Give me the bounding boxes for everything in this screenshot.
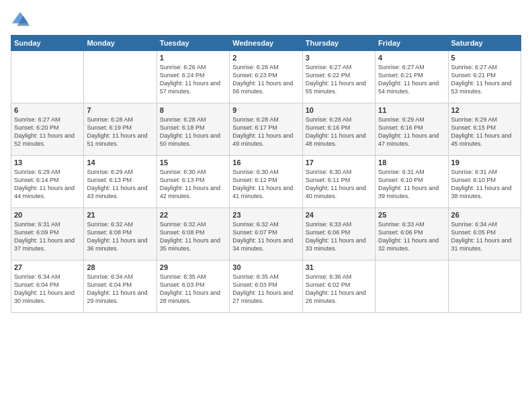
calendar-cell: 18Sunrise: 6:31 AMSunset: 6:10 PMDayligh… bbox=[375, 156, 448, 208]
calendar-cell: 5Sunrise: 6:27 AMSunset: 6:21 PMDaylight… bbox=[448, 51, 521, 103]
day-number: 28 bbox=[87, 263, 153, 271]
day-info: Sunrise: 6:33 AMSunset: 6:06 PMDaylight:… bbox=[306, 220, 372, 253]
header bbox=[11, 11, 521, 30]
calendar-cell: 2Sunrise: 6:26 AMSunset: 6:23 PMDaylight… bbox=[230, 51, 302, 103]
calendar-cell: 30Sunrise: 6:35 AMSunset: 6:03 PMDayligh… bbox=[230, 261, 302, 313]
calendar-cell bbox=[375, 261, 448, 313]
day-info: Sunrise: 6:35 AMSunset: 6:03 PMDaylight:… bbox=[232, 273, 299, 306]
day-info: Sunrise: 6:28 AMSunset: 6:17 PMDaylight:… bbox=[232, 116, 299, 148]
calendar-cell: 16Sunrise: 6:30 AMSunset: 6:12 PMDayligh… bbox=[230, 156, 302, 208]
day-info: Sunrise: 6:34 AMSunset: 6:05 PMDaylight:… bbox=[451, 220, 518, 253]
day-number: 5 bbox=[451, 54, 518, 62]
page: SundayMondayTuesdayWednesdayThursdayFrid… bbox=[0, 0, 532, 411]
day-info: Sunrise: 6:30 AMSunset: 6:12 PMDaylight:… bbox=[232, 168, 299, 201]
calendar-table: SundayMondayTuesdayWednesdayThursdayFrid… bbox=[11, 35, 521, 313]
day-number: 18 bbox=[378, 158, 445, 167]
weekday-tuesday: Tuesday bbox=[157, 36, 229, 51]
calendar-cell: 15Sunrise: 6:30 AMSunset: 6:13 PMDayligh… bbox=[157, 156, 229, 208]
calendar-week-5: 27Sunrise: 6:34 AMSunset: 6:04 PMDayligh… bbox=[11, 261, 521, 313]
day-info: Sunrise: 6:35 AMSunset: 6:03 PMDaylight:… bbox=[160, 273, 226, 306]
calendar-cell: 4Sunrise: 6:27 AMSunset: 6:21 PMDaylight… bbox=[375, 51, 448, 103]
calendar-cell: 23Sunrise: 6:32 AMSunset: 6:07 PMDayligh… bbox=[230, 208, 302, 261]
day-info: Sunrise: 6:30 AMSunset: 6:13 PMDaylight:… bbox=[160, 168, 226, 201]
day-number: 23 bbox=[232, 211, 299, 219]
calendar-cell: 6Sunrise: 6:27 AMSunset: 6:20 PMDaylight… bbox=[11, 103, 84, 156]
calendar-cell: 29Sunrise: 6:35 AMSunset: 6:03 PMDayligh… bbox=[157, 261, 229, 313]
day-number: 27 bbox=[14, 263, 81, 271]
day-number: 26 bbox=[451, 211, 518, 219]
day-info: Sunrise: 6:28 AMSunset: 6:16 PMDaylight:… bbox=[306, 116, 372, 148]
day-number: 21 bbox=[87, 211, 153, 219]
calendar-cell: 21Sunrise: 6:32 AMSunset: 6:08 PMDayligh… bbox=[84, 208, 157, 261]
day-info: Sunrise: 6:27 AMSunset: 6:21 PMDaylight:… bbox=[451, 63, 518, 96]
day-number: 24 bbox=[306, 211, 372, 219]
calendar-cell: 19Sunrise: 6:31 AMSunset: 6:10 PMDayligh… bbox=[448, 156, 521, 208]
calendar-cell bbox=[11, 51, 84, 103]
day-info: Sunrise: 6:28 AMSunset: 6:19 PMDaylight:… bbox=[87, 116, 153, 148]
day-number: 7 bbox=[87, 106, 153, 114]
day-number: 30 bbox=[232, 263, 299, 271]
weekday-friday: Friday bbox=[375, 36, 448, 51]
day-number: 17 bbox=[306, 158, 372, 167]
weekday-saturday: Saturday bbox=[448, 36, 521, 51]
calendar-cell: 27Sunrise: 6:34 AMSunset: 6:04 PMDayligh… bbox=[11, 261, 84, 313]
day-info: Sunrise: 6:26 AMSunset: 6:24 PMDaylight:… bbox=[160, 63, 226, 96]
day-info: Sunrise: 6:29 AMSunset: 6:14 PMDaylight:… bbox=[14, 168, 81, 201]
day-number: 31 bbox=[306, 263, 372, 271]
day-number: 10 bbox=[306, 106, 372, 114]
calendar-cell bbox=[84, 51, 157, 103]
calendar-cell: 3Sunrise: 6:27 AMSunset: 6:22 PMDaylight… bbox=[302, 51, 375, 103]
calendar-week-3: 13Sunrise: 6:29 AMSunset: 6:14 PMDayligh… bbox=[11, 156, 521, 208]
calendar-body: 1Sunrise: 6:26 AMSunset: 6:24 PMDaylight… bbox=[11, 51, 521, 313]
calendar-cell: 10Sunrise: 6:28 AMSunset: 6:16 PMDayligh… bbox=[302, 103, 375, 156]
day-info: Sunrise: 6:29 AMSunset: 6:16 PMDaylight:… bbox=[378, 116, 445, 148]
day-number: 1 bbox=[160, 54, 226, 62]
day-info: Sunrise: 6:32 AMSunset: 6:08 PMDaylight:… bbox=[87, 220, 153, 253]
day-info: Sunrise: 6:36 AMSunset: 6:02 PMDaylight:… bbox=[306, 273, 372, 306]
day-info: Sunrise: 6:34 AMSunset: 6:04 PMDaylight:… bbox=[14, 273, 81, 306]
day-number: 19 bbox=[451, 158, 518, 167]
day-info: Sunrise: 6:32 AMSunset: 6:07 PMDaylight:… bbox=[232, 220, 299, 253]
calendar-cell: 20Sunrise: 6:31 AMSunset: 6:09 PMDayligh… bbox=[11, 208, 84, 261]
day-info: Sunrise: 6:31 AMSunset: 6:10 PMDaylight:… bbox=[451, 168, 518, 201]
weekday-sunday: Sunday bbox=[11, 36, 84, 51]
day-number: 29 bbox=[160, 263, 226, 271]
logo-icon bbox=[11, 11, 30, 30]
day-info: Sunrise: 6:28 AMSunset: 6:18 PMDaylight:… bbox=[160, 116, 226, 148]
day-info: Sunrise: 6:27 AMSunset: 6:20 PMDaylight:… bbox=[14, 116, 81, 148]
calendar-week-2: 6Sunrise: 6:27 AMSunset: 6:20 PMDaylight… bbox=[11, 103, 521, 156]
calendar-week-1: 1Sunrise: 6:26 AMSunset: 6:24 PMDaylight… bbox=[11, 51, 521, 103]
calendar-cell: 9Sunrise: 6:28 AMSunset: 6:17 PMDaylight… bbox=[230, 103, 302, 156]
weekday-monday: Monday bbox=[84, 36, 157, 51]
day-number: 25 bbox=[378, 211, 445, 219]
weekday-header-row: SundayMondayTuesdayWednesdayThursdayFrid… bbox=[11, 36, 521, 51]
day-info: Sunrise: 6:27 AMSunset: 6:21 PMDaylight:… bbox=[378, 63, 445, 96]
calendar-header: SundayMondayTuesdayWednesdayThursdayFrid… bbox=[11, 36, 521, 51]
calendar-cell: 8Sunrise: 6:28 AMSunset: 6:18 PMDaylight… bbox=[157, 103, 229, 156]
day-number: 12 bbox=[451, 106, 518, 114]
day-number: 20 bbox=[14, 211, 81, 219]
day-number: 16 bbox=[232, 158, 299, 167]
logo bbox=[11, 11, 32, 30]
calendar-cell: 1Sunrise: 6:26 AMSunset: 6:24 PMDaylight… bbox=[157, 51, 229, 103]
day-number: 15 bbox=[160, 158, 226, 167]
day-info: Sunrise: 6:29 AMSunset: 6:13 PMDaylight:… bbox=[87, 168, 153, 201]
day-info: Sunrise: 6:26 AMSunset: 6:23 PMDaylight:… bbox=[232, 63, 299, 96]
calendar-cell: 26Sunrise: 6:34 AMSunset: 6:05 PMDayligh… bbox=[448, 208, 521, 261]
day-info: Sunrise: 6:30 AMSunset: 6:11 PMDaylight:… bbox=[306, 168, 372, 201]
calendar-cell: 14Sunrise: 6:29 AMSunset: 6:13 PMDayligh… bbox=[84, 156, 157, 208]
day-number: 14 bbox=[87, 158, 153, 167]
day-info: Sunrise: 6:34 AMSunset: 6:04 PMDaylight:… bbox=[87, 273, 153, 306]
calendar-cell: 12Sunrise: 6:29 AMSunset: 6:15 PMDayligh… bbox=[448, 103, 521, 156]
calendar-cell: 11Sunrise: 6:29 AMSunset: 6:16 PMDayligh… bbox=[375, 103, 448, 156]
calendar-week-4: 20Sunrise: 6:31 AMSunset: 6:09 PMDayligh… bbox=[11, 208, 521, 261]
day-info: Sunrise: 6:31 AMSunset: 6:09 PMDaylight:… bbox=[14, 220, 81, 253]
day-number: 2 bbox=[232, 54, 299, 62]
day-number: 6 bbox=[14, 106, 81, 114]
day-number: 11 bbox=[378, 106, 445, 114]
calendar-cell: 24Sunrise: 6:33 AMSunset: 6:06 PMDayligh… bbox=[302, 208, 375, 261]
calendar-cell bbox=[448, 261, 521, 313]
day-info: Sunrise: 6:32 AMSunset: 6:08 PMDaylight:… bbox=[160, 220, 226, 253]
day-number: 3 bbox=[306, 54, 372, 62]
day-number: 8 bbox=[160, 106, 226, 114]
